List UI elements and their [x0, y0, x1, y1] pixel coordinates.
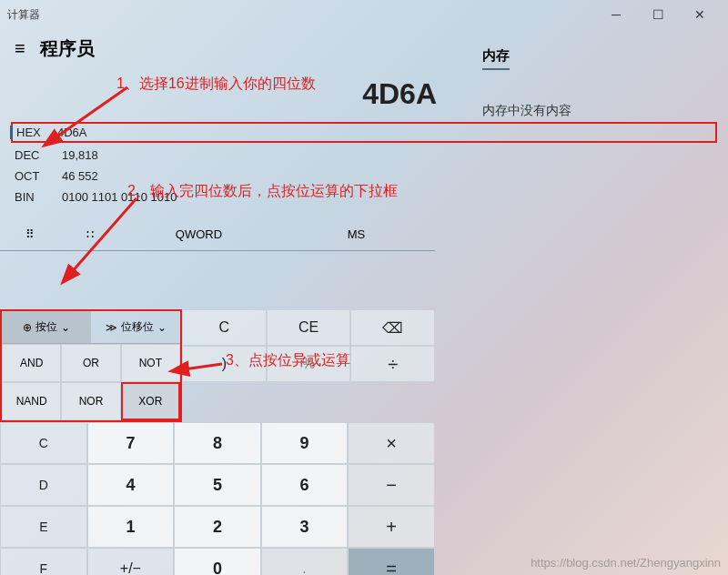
- radix-oct-value: 46 552: [62, 169, 98, 183]
- key-multiply[interactable]: ×: [348, 422, 435, 464]
- chevron-down-icon: ⌄: [61, 321, 70, 334]
- chevron-down-icon: ⌄: [157, 321, 167, 334]
- radix-hex-label: HEX: [10, 126, 39, 139]
- watermark: https://blog.csdn.net/Zhengyangxinn: [531, 556, 721, 570]
- bitops-panel: ⊕ 按位 ⌄ ≫ 位移位 ⌄ AND OR NOT NAND NOR XOR: [0, 309, 182, 422]
- radix-oct[interactable]: OCT 46 552: [15, 166, 713, 187]
- key-8[interactable]: 8: [174, 422, 261, 464]
- key-hex-c[interactable]: C: [0, 422, 87, 464]
- memory-store-button[interactable]: MS: [278, 227, 435, 241]
- key-5[interactable]: 5: [174, 464, 261, 506]
- shift-icon: ≫: [106, 321, 117, 334]
- key-rparen[interactable]: ): [182, 346, 267, 382]
- bitshift-tab-label: 位移位: [121, 319, 154, 335]
- nor-button[interactable]: NOR: [61, 382, 120, 420]
- key-6[interactable]: 6: [261, 464, 349, 506]
- key-backspace[interactable]: ⌫: [350, 309, 435, 346]
- radix-dec[interactable]: DEC 19,818: [15, 145, 713, 166]
- maximize-button[interactable]: ☐: [637, 0, 679, 29]
- keypad-icon[interactable]: ⠿: [0, 227, 60, 241]
- memory-tab[interactable]: 内存: [482, 47, 510, 70]
- minimize-button[interactable]: ─: [595, 0, 637, 29]
- key-9[interactable]: 9: [261, 422, 349, 464]
- key-negate[interactable]: +/−: [87, 548, 175, 575]
- key-add[interactable]: +: [348, 506, 435, 548]
- and-button[interactable]: AND: [2, 344, 61, 382]
- key-hex-f[interactable]: F: [0, 548, 87, 575]
- radix-bin[interactable]: BIN 0100 1101 0110 1010: [15, 187, 713, 207]
- radix-bin-value: 0100 1101 0110 1010: [62, 190, 177, 204]
- memory-empty-text: 内存中没有内容: [482, 103, 710, 119]
- bitwise-tab[interactable]: ⊕ 按位 ⌄: [2, 311, 91, 343]
- bitwise-icon: ⊕: [23, 321, 32, 334]
- not-button[interactable]: NOT: [121, 344, 180, 382]
- key-ce[interactable]: CE: [267, 309, 351, 346]
- xor-button[interactable]: XOR: [121, 382, 180, 420]
- key-mod[interactable]: %: [267, 346, 351, 382]
- key-equals[interactable]: =: [348, 548, 435, 575]
- radix-hex-value: 4D6A: [57, 126, 87, 139]
- word-size-button[interactable]: QWORD: [120, 227, 278, 241]
- key-dot[interactable]: .: [261, 548, 349, 575]
- radix-oct-label: OCT: [15, 169, 44, 183]
- key-3[interactable]: 3: [261, 506, 349, 548]
- radix-dec-value: 19,818: [62, 148, 98, 162]
- or-button[interactable]: OR: [61, 344, 120, 382]
- key-0[interactable]: 0: [174, 548, 261, 575]
- key-1[interactable]: 1: [87, 506, 175, 548]
- key-hex-d[interactable]: D: [0, 464, 87, 506]
- bit-toggle-icon[interactable]: ∷: [60, 227, 120, 241]
- mode-title: 程序员: [40, 36, 95, 61]
- key-2[interactable]: 2: [174, 506, 261, 548]
- radix-hex[interactable]: HEX 4D6A: [11, 122, 717, 143]
- nand-button[interactable]: NAND: [2, 382, 61, 420]
- key-c[interactable]: C: [182, 309, 267, 346]
- key-hex-e[interactable]: E: [0, 506, 87, 548]
- key-subtract[interactable]: −: [348, 464, 435, 506]
- window-title: 计算器: [7, 7, 40, 23]
- bitshift-tab[interactable]: ≫ 位移位 ⌄: [91, 311, 180, 343]
- bitwise-tab-label: 按位: [35, 319, 57, 335]
- menu-icon[interactable]: ≡: [15, 38, 25, 59]
- close-button[interactable]: ✕: [679, 0, 721, 29]
- key-divide[interactable]: ÷: [350, 346, 435, 382]
- radix-dec-label: DEC: [15, 148, 44, 162]
- radix-bin-label: BIN: [15, 190, 44, 204]
- key-7[interactable]: 7: [87, 422, 175, 464]
- key-4[interactable]: 4: [87, 464, 175, 506]
